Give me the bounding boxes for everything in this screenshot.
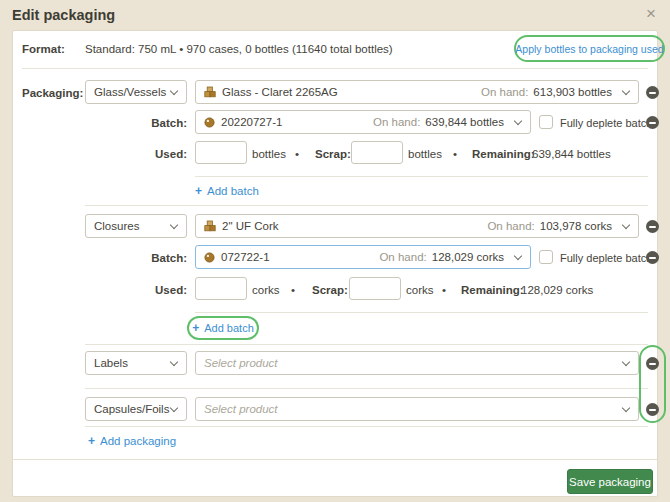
scrap-input[interactable] — [351, 141, 403, 164]
add-batch-link[interactable]: +Add batch — [192, 321, 254, 335]
unit-label: bottles — [252, 147, 286, 161]
used-input[interactable] — [195, 141, 247, 164]
packaging-type-value: Glass/Vessels — [94, 86, 166, 98]
divider — [13, 459, 657, 460]
plus-icon: + — [88, 434, 95, 448]
fully-deplete-checkbox[interactable] — [539, 250, 553, 264]
on-hand-label: On hand: — [379, 251, 426, 263]
fully-deplete-label: Fully deplete batch — [560, 251, 652, 265]
used-label: Used: — [123, 147, 187, 161]
batch-name: 072722-1 — [221, 251, 270, 263]
packaging-type-value: Labels — [94, 357, 128, 369]
remaining-value: 128,029 corks — [521, 283, 593, 297]
divider — [85, 205, 648, 206]
product-name: Glass - Claret 2265AG — [222, 86, 338, 98]
page-title: Edit packaging — [12, 7, 115, 23]
separator-dot: • — [291, 283, 295, 297]
divider — [85, 388, 648, 389]
remove-packaging-button[interactable] — [646, 220, 659, 233]
unit-label: corks — [406, 283, 433, 297]
chevron-down-icon — [622, 358, 630, 366]
chevron-down-icon — [622, 221, 630, 229]
apply-bottles-link[interactable]: Apply bottles to packaging used — [515, 43, 663, 55]
product-select-closures[interactable]: 2" UF Cork On hand: 103,978 corks — [195, 214, 639, 238]
on-hand-value: 103,978 corks — [540, 220, 612, 232]
select-product-placeholder: Select product — [204, 403, 278, 415]
chevron-down-icon — [170, 404, 178, 412]
on-hand-label: On hand: — [373, 116, 420, 128]
product-select-glass[interactable]: Glass - Claret 2265AG On hand: 613,903 b… — [195, 80, 639, 104]
batch-select-closures[interactable]: 072722-1 On hand: 128,029 corks — [195, 245, 531, 269]
batch-tag-icon — [204, 252, 215, 263]
scrap-label: Scrap: — [312, 283, 348, 297]
divider — [85, 426, 648, 427]
chevron-down-icon — [622, 87, 630, 95]
unit-label: corks — [252, 283, 279, 297]
packaging-type-value: Closures — [94, 220, 139, 232]
separator-dot: • — [442, 283, 446, 297]
fully-deplete-checkbox[interactable] — [539, 115, 553, 129]
on-hand-label: On hand: — [481, 86, 528, 98]
remove-batch-button[interactable] — [646, 251, 659, 264]
format-value: Standard: 750 mL • 970 cases, 0 bottles … — [85, 42, 393, 56]
divider — [22, 68, 648, 69]
on-hand-label: On hand: — [487, 220, 534, 232]
scrap-input[interactable] — [349, 277, 401, 300]
product-icon — [204, 220, 216, 232]
packaging-type-value: Capsules/Foils — [94, 403, 169, 415]
plus-icon: + — [195, 184, 202, 198]
remove-packaging-button[interactable] — [646, 86, 659, 99]
plus-icon: + — [192, 321, 199, 335]
annotation-circle-apply: Apply bottles to packaging used — [514, 35, 665, 62]
chevron-down-icon — [514, 252, 522, 260]
annotation-circle-remove-buttons — [639, 345, 666, 423]
used-input[interactable] — [195, 277, 247, 300]
product-select-labels[interactable]: Select product — [195, 351, 639, 375]
product-select-capsules[interactable]: Select product — [195, 397, 639, 421]
packaging-type-select-labels[interactable]: Labels — [85, 351, 187, 375]
unit-label: bottles — [408, 147, 442, 161]
fully-deplete-label: Fully deplete batch — [560, 116, 652, 130]
remaining-label: Remaining: — [461, 283, 524, 297]
used-label: Used: — [123, 283, 187, 297]
divider — [195, 312, 648, 313]
chevron-down-icon — [170, 87, 178, 95]
batch-label: Batch: — [123, 116, 187, 130]
remaining-value: 639,844 bottles — [532, 147, 611, 161]
add-batch-link[interactable]: +Add batch — [195, 185, 259, 197]
select-product-placeholder: Select product — [204, 357, 278, 369]
remove-batch-button[interactable] — [646, 116, 659, 129]
on-hand-value: 639,844 bottles — [425, 116, 504, 128]
on-hand-value: 128,029 corks — [432, 251, 504, 263]
scrap-label: Scrap: — [315, 147, 351, 161]
save-packaging-button[interactable]: Save packaging — [567, 469, 653, 494]
chevron-down-icon — [170, 221, 178, 229]
chevron-down-icon — [170, 358, 178, 366]
format-label: Format: — [22, 42, 65, 56]
close-icon[interactable]: × — [646, 4, 656, 24]
batch-name: 20220727-1 — [221, 116, 282, 128]
separator-dot: • — [295, 147, 299, 161]
divider — [85, 344, 648, 345]
on-hand-value: 613,903 bottles — [533, 86, 612, 98]
chevron-down-icon — [514, 117, 522, 125]
annotation-circle-add-batch: +Add batch — [187, 316, 259, 340]
chevron-down-icon — [622, 404, 630, 412]
batch-label: Batch: — [123, 251, 187, 265]
edit-packaging-panel: Format: Standard: 750 mL • 970 cases, 0 … — [12, 30, 658, 497]
packaging-type-select-glass[interactable]: Glass/Vessels — [85, 80, 187, 104]
packaging-label: Packaging: — [22, 86, 83, 100]
remaining-label: Remaining: — [472, 147, 535, 161]
separator-dot: • — [453, 147, 457, 161]
packaging-type-select-closures[interactable]: Closures — [85, 214, 187, 238]
add-packaging-link[interactable]: +Add packaging — [88, 435, 176, 447]
packaging-type-select-capsules[interactable]: Capsules/Foils — [85, 397, 187, 421]
product-icon — [204, 86, 216, 98]
product-name: 2" UF Cork — [222, 220, 278, 232]
batch-select-glass[interactable]: 20220727-1 On hand: 639,844 bottles — [195, 110, 531, 134]
divider — [195, 176, 648, 177]
batch-tag-icon — [204, 117, 215, 128]
